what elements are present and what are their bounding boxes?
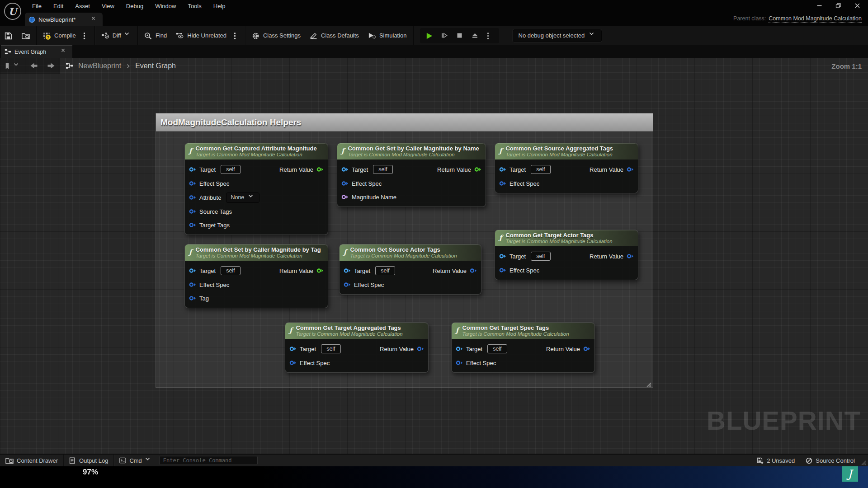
menu-help[interactable]: Help xyxy=(208,0,231,12)
bookmarks-button[interactable] xyxy=(0,58,25,74)
menu-debug[interactable]: Debug xyxy=(120,0,149,12)
user-avatar[interactable]: J xyxy=(842,466,858,482)
event-graph-canvas[interactable]: NewBlueprint Event Graph Zoom 1:1 ModMag… xyxy=(0,58,868,454)
output-pin-return-value[interactable] xyxy=(627,253,634,259)
input-pin-target[interactable] xyxy=(289,346,297,352)
console-command-input[interactable] xyxy=(159,456,258,465)
breadcrumb-blueprint[interactable]: NewBlueprint xyxy=(78,62,121,70)
input-pin-effect-spec[interactable] xyxy=(344,282,351,287)
frame-skip-button[interactable] xyxy=(440,32,450,39)
menu-view[interactable]: View xyxy=(96,0,120,12)
menu-edit[interactable]: Edit xyxy=(47,0,69,12)
blueprint-node-common-get-target-aggregated-tags[interactable]: ƒCommon Get Target Aggregated TagsTarget… xyxy=(285,322,429,373)
hide-unrelated-button[interactable]: Hide Unrelated xyxy=(171,26,231,45)
input-pin-target-tags[interactable] xyxy=(189,222,196,228)
self-value-field[interactable]: self xyxy=(221,165,240,174)
attribute-dropdown[interactable]: None xyxy=(226,192,259,203)
node-header[interactable]: ƒCommon Get Target Aggregated TagsTarget… xyxy=(285,323,428,339)
browse-button[interactable] xyxy=(17,26,34,45)
input-pin-effect-spec[interactable] xyxy=(456,360,463,366)
input-pin-target[interactable] xyxy=(499,167,506,172)
restore-button[interactable] xyxy=(831,0,846,11)
node-header[interactable]: ƒCommon Get Set by Caller Magnitude by N… xyxy=(337,143,486,160)
input-pin-target[interactable] xyxy=(344,268,351,273)
output-log-button[interactable]: Output Log xyxy=(64,455,113,466)
self-value-field[interactable]: self xyxy=(531,165,550,174)
minimize-button[interactable] xyxy=(812,0,827,11)
output-pin-return-value[interactable] xyxy=(583,346,590,352)
input-pin-magnitude-name[interactable] xyxy=(341,194,349,200)
node-header[interactable]: ƒCommon Get Captured Attribute Magnitude… xyxy=(185,143,328,160)
stop-button[interactable] xyxy=(455,32,465,39)
blueprint-node-common-get-source-actor-tags[interactable]: ƒCommon Get Source Actor TagsTarget is C… xyxy=(339,244,481,295)
node-header[interactable]: ƒCommon Get Source Aggregated TagsTarget… xyxy=(495,143,638,160)
comment-resize-handle[interactable] xyxy=(646,381,652,386)
blueprint-node-common-get-source-aggregated-tags[interactable]: ƒCommon Get Source Aggregated TagsTarget… xyxy=(495,143,638,193)
input-pin-target[interactable] xyxy=(499,253,506,259)
output-pin-return-value[interactable] xyxy=(470,268,477,273)
blueprint-node-common-get-set-by-caller-magnitude-by-tag[interactable]: ƒCommon Get Set by Caller Magnitude by T… xyxy=(184,244,328,308)
output-pin-return-value[interactable] xyxy=(316,167,324,172)
node-header[interactable]: ƒCommon Get Target Actor TagsTarget is C… xyxy=(495,230,638,246)
input-pin-target[interactable] xyxy=(189,268,196,273)
input-pin-effect-spec[interactable] xyxy=(499,181,506,186)
menu-file[interactable]: File xyxy=(26,0,47,12)
window-resize-grip[interactable] xyxy=(861,460,867,465)
input-pin-target[interactable] xyxy=(189,167,196,172)
cmd-selector-button[interactable]: Cmd xyxy=(114,455,157,466)
self-value-field[interactable]: self xyxy=(373,165,392,174)
comment-header[interactable]: ModMagnitudeCalculation Helpers xyxy=(156,113,653,131)
output-pin-return-value[interactable] xyxy=(316,268,324,273)
menu-tools[interactable]: Tools xyxy=(182,0,207,12)
blueprint-node-common-get-set-by-caller-magnitude-by-name[interactable]: ƒCommon Get Set by Caller Magnitude by N… xyxy=(337,143,486,207)
diff-button[interactable]: Diff xyxy=(97,26,136,45)
breadcrumb-event-graph[interactable]: Event Graph xyxy=(135,62,176,70)
find-button[interactable]: Find xyxy=(140,26,171,45)
input-pin-effect-spec[interactable] xyxy=(189,181,196,186)
source-control-button[interactable]: Source Control xyxy=(800,455,860,466)
close-button[interactable] xyxy=(850,0,865,11)
event-graph-tab-close-button[interactable] xyxy=(60,47,69,56)
class-defaults-button[interactable]: Class Defaults xyxy=(305,26,363,45)
input-pin-effect-spec[interactable] xyxy=(341,181,349,186)
self-value-field[interactable]: self xyxy=(321,344,340,353)
input-pin-target[interactable] xyxy=(456,346,463,352)
save-button[interactable] xyxy=(0,26,17,45)
hide-unrelated-options-button[interactable] xyxy=(231,26,243,45)
menu-asset[interactable]: Asset xyxy=(69,0,96,12)
play-button[interactable] xyxy=(425,32,434,39)
tab-event-graph[interactable]: Event Graph xyxy=(1,45,72,58)
self-value-field[interactable]: self xyxy=(221,266,240,275)
nav-back-button[interactable] xyxy=(25,58,42,74)
output-pin-return-value[interactable] xyxy=(474,167,481,172)
unsaved-files-button[interactable]: 2 Unsaved xyxy=(751,455,800,466)
output-pin-return-value[interactable] xyxy=(417,346,424,352)
debug-object-select[interactable]: No debug object selected xyxy=(513,29,602,42)
compile-options-button[interactable] xyxy=(80,26,93,45)
node-header[interactable]: ƒCommon Get Target Spec TagsTarget is Co… xyxy=(452,323,594,339)
input-pin-source-tags[interactable] xyxy=(189,209,196,214)
input-pin-attribute[interactable] xyxy=(189,195,196,200)
input-pin-target[interactable] xyxy=(341,167,349,172)
self-value-field[interactable]: self xyxy=(487,344,507,353)
blueprint-node-common-get-target-spec-tags[interactable]: ƒCommon Get Target Spec TagsTarget is Co… xyxy=(451,322,595,373)
play-options-button[interactable] xyxy=(486,32,495,39)
eject-button[interactable] xyxy=(471,32,481,39)
blueprint-node-common-get-captured-attribute-magnitude[interactable]: ƒCommon Get Captured Attribute Magnitude… xyxy=(184,143,328,235)
self-value-field[interactable]: self xyxy=(531,252,550,261)
node-header[interactable]: ƒCommon Get Source Actor TagsTarget is C… xyxy=(340,244,481,261)
parent-class-link[interactable]: Common Mod Magnitude Calculation xyxy=(769,15,862,23)
class-settings-button[interactable]: Class Settings xyxy=(247,26,305,45)
nav-forward-button[interactable] xyxy=(42,58,60,74)
simulation-button[interactable]: Simulation xyxy=(363,26,411,45)
input-pin-effect-spec[interactable] xyxy=(189,282,196,287)
self-value-field[interactable]: self xyxy=(375,266,395,275)
input-pin-effect-spec[interactable] xyxy=(289,360,297,366)
compile-button[interactable]: ? Compile xyxy=(38,26,80,45)
output-pin-return-value[interactable] xyxy=(627,167,634,172)
input-pin-tag[interactable] xyxy=(189,296,196,301)
asset-tab-newblueprint[interactable]: NewBlueprint* xyxy=(25,13,103,26)
blueprint-node-common-get-target-actor-tags[interactable]: ƒCommon Get Target Actor TagsTarget is C… xyxy=(495,230,638,280)
content-drawer-button[interactable]: Content Drawer xyxy=(0,455,63,466)
asset-tab-close-button[interactable] xyxy=(90,15,99,24)
